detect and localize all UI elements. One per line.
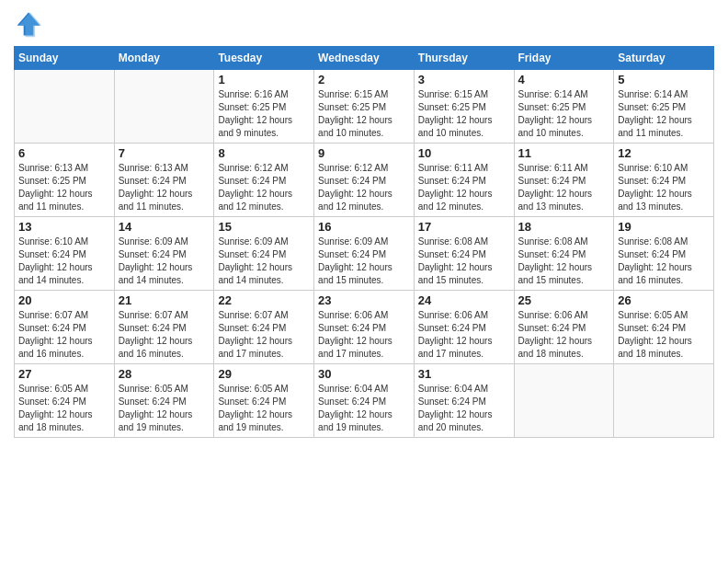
day-info: Sunrise: 6:11 AMSunset: 6:24 PMDaylight:…	[518, 162, 610, 213]
day-info: Sunrise: 6:05 AMSunset: 6:24 PMDaylight:…	[18, 383, 110, 434]
weekday-header-friday: Friday	[514, 47, 614, 70]
day-number: 7	[119, 146, 210, 160]
calendar-cell: 19Sunrise: 6:08 AMSunset: 6:24 PMDayligh…	[614, 217, 714, 291]
calendar-cell: 13Sunrise: 6:10 AMSunset: 6:24 PMDayligh…	[15, 217, 115, 291]
day-number: 24	[418, 293, 510, 307]
day-number: 11	[518, 146, 610, 160]
day-number: 1	[218, 73, 310, 86]
calendar-cell: 30Sunrise: 6:04 AMSunset: 6:24 PMDayligh…	[314, 364, 415, 438]
day-number: 8	[218, 146, 310, 160]
week-row-2: 13Sunrise: 6:10 AMSunset: 6:24 PMDayligh…	[15, 217, 714, 291]
calendar-cell	[114, 70, 214, 144]
calendar-cell: 23Sunrise: 6:06 AMSunset: 6:24 PMDayligh…	[314, 291, 415, 364]
calendar-cell: 8Sunrise: 6:12 AMSunset: 6:24 PMDaylight…	[214, 144, 314, 217]
calendar-cell: 18Sunrise: 6:08 AMSunset: 6:24 PMDayligh…	[514, 217, 614, 291]
day-info: Sunrise: 6:12 AMSunset: 6:24 PMDaylight:…	[318, 162, 410, 213]
day-info: Sunrise: 6:09 AMSunset: 6:24 PMDaylight:…	[119, 236, 210, 287]
day-info: Sunrise: 6:06 AMSunset: 6:24 PMDaylight:…	[318, 309, 410, 361]
calendar-cell: 22Sunrise: 6:07 AMSunset: 6:24 PMDayligh…	[214, 291, 314, 364]
calendar-cell: 27Sunrise: 6:05 AMSunset: 6:24 PMDayligh…	[15, 364, 115, 438]
day-number: 2	[318, 73, 410, 86]
week-row-4: 27Sunrise: 6:05 AMSunset: 6:24 PMDayligh…	[15, 364, 714, 438]
day-info: Sunrise: 6:09 AMSunset: 6:24 PMDaylight:…	[318, 236, 410, 287]
calendar-cell: 10Sunrise: 6:11 AMSunset: 6:24 PMDayligh…	[414, 144, 514, 217]
weekday-header-wednesday: Wednesday	[314, 47, 415, 70]
day-info: Sunrise: 6:07 AMSunset: 6:24 PMDaylight:…	[218, 309, 310, 361]
day-number: 14	[119, 220, 210, 234]
weekday-header-saturday: Saturday	[614, 47, 714, 70]
day-number: 26	[618, 293, 710, 307]
header	[14, 9, 714, 39]
day-number: 3	[418, 73, 510, 86]
day-number: 18	[518, 220, 610, 234]
day-number: 30	[318, 367, 410, 381]
day-number: 28	[119, 367, 210, 381]
calendar-cell: 15Sunrise: 6:09 AMSunset: 6:24 PMDayligh…	[214, 217, 314, 291]
day-info: Sunrise: 6:13 AMSunset: 6:24 PMDaylight:…	[119, 162, 210, 213]
day-info: Sunrise: 6:06 AMSunset: 6:24 PMDaylight:…	[518, 309, 610, 361]
day-number: 10	[418, 146, 510, 160]
calendar-cell: 26Sunrise: 6:05 AMSunset: 6:24 PMDayligh…	[614, 291, 714, 364]
day-number: 27	[18, 367, 110, 381]
day-info: Sunrise: 6:12 AMSunset: 6:24 PMDaylight:…	[218, 162, 310, 213]
weekday-header-tuesday: Tuesday	[214, 47, 314, 70]
calendar-cell: 7Sunrise: 6:13 AMSunset: 6:24 PMDaylight…	[114, 144, 214, 217]
logo	[14, 9, 47, 39]
day-info: Sunrise: 6:10 AMSunset: 6:24 PMDaylight:…	[18, 236, 110, 287]
weekday-header-monday: Monday	[114, 47, 214, 70]
day-number: 13	[18, 220, 110, 234]
day-info: Sunrise: 6:15 AMSunset: 6:25 PMDaylight:…	[418, 88, 510, 140]
weekday-header-sunday: Sunday	[15, 47, 115, 70]
week-row-3: 20Sunrise: 6:07 AMSunset: 6:24 PMDayligh…	[15, 291, 714, 364]
page: SundayMondayTuesdayWednesdayThursdayFrid…	[0, 0, 728, 563]
day-info: Sunrise: 6:08 AMSunset: 6:24 PMDaylight:…	[518, 236, 610, 287]
day-info: Sunrise: 6:11 AMSunset: 6:24 PMDaylight:…	[418, 162, 510, 213]
day-info: Sunrise: 6:07 AMSunset: 6:24 PMDaylight:…	[119, 309, 210, 361]
day-info: Sunrise: 6:10 AMSunset: 6:24 PMDaylight:…	[618, 162, 710, 213]
day-number: 16	[318, 220, 410, 234]
day-number: 4	[518, 73, 610, 86]
day-number: 20	[18, 293, 110, 307]
day-number: 21	[119, 293, 210, 307]
calendar-cell: 29Sunrise: 6:05 AMSunset: 6:24 PMDayligh…	[214, 364, 314, 438]
calendar-cell: 5Sunrise: 6:14 AMSunset: 6:25 PMDaylight…	[614, 70, 714, 144]
calendar-cell: 12Sunrise: 6:10 AMSunset: 6:24 PMDayligh…	[614, 144, 714, 217]
day-number: 23	[318, 293, 410, 307]
day-number: 22	[218, 293, 310, 307]
day-number: 6	[18, 146, 110, 160]
day-number: 12	[618, 146, 710, 160]
calendar-cell: 1Sunrise: 6:16 AMSunset: 6:25 PMDaylight…	[214, 70, 314, 144]
day-info: Sunrise: 6:04 AMSunset: 6:24 PMDaylight:…	[318, 383, 410, 434]
day-number: 31	[418, 367, 510, 381]
calendar-cell: 25Sunrise: 6:06 AMSunset: 6:24 PMDayligh…	[514, 291, 614, 364]
day-number: 19	[618, 220, 710, 234]
day-info: Sunrise: 6:04 AMSunset: 6:24 PMDaylight:…	[418, 383, 510, 434]
day-info: Sunrise: 6:05 AMSunset: 6:24 PMDaylight:…	[218, 383, 310, 434]
week-row-0: 1Sunrise: 6:16 AMSunset: 6:25 PMDaylight…	[15, 70, 714, 144]
weekday-header-row: SundayMondayTuesdayWednesdayThursdayFrid…	[15, 47, 714, 70]
calendar-cell: 24Sunrise: 6:06 AMSunset: 6:24 PMDayligh…	[414, 291, 514, 364]
logo-icon	[14, 9, 43, 39]
week-row-1: 6Sunrise: 6:13 AMSunset: 6:25 PMDaylight…	[15, 144, 714, 217]
calendar-cell: 14Sunrise: 6:09 AMSunset: 6:24 PMDayligh…	[114, 217, 214, 291]
day-number: 17	[418, 220, 510, 234]
day-info: Sunrise: 6:14 AMSunset: 6:25 PMDaylight:…	[618, 88, 710, 140]
day-number: 9	[318, 146, 410, 160]
calendar-cell: 17Sunrise: 6:08 AMSunset: 6:24 PMDayligh…	[414, 217, 514, 291]
calendar-cell: 16Sunrise: 6:09 AMSunset: 6:24 PMDayligh…	[314, 217, 415, 291]
day-info: Sunrise: 6:13 AMSunset: 6:25 PMDaylight:…	[18, 162, 110, 213]
calendar-cell: 28Sunrise: 6:05 AMSunset: 6:24 PMDayligh…	[114, 364, 214, 438]
day-info: Sunrise: 6:15 AMSunset: 6:25 PMDaylight:…	[318, 88, 410, 140]
day-info: Sunrise: 6:14 AMSunset: 6:25 PMDaylight:…	[518, 88, 610, 140]
calendar-cell: 4Sunrise: 6:14 AMSunset: 6:25 PMDaylight…	[514, 70, 614, 144]
calendar-cell: 2Sunrise: 6:15 AMSunset: 6:25 PMDaylight…	[314, 70, 415, 144]
day-info: Sunrise: 6:09 AMSunset: 6:24 PMDaylight:…	[218, 236, 310, 287]
calendar-cell: 20Sunrise: 6:07 AMSunset: 6:24 PMDayligh…	[15, 291, 115, 364]
day-info: Sunrise: 6:05 AMSunset: 6:24 PMDaylight:…	[618, 309, 710, 361]
day-info: Sunrise: 6:05 AMSunset: 6:24 PMDaylight:…	[119, 383, 210, 434]
calendar-cell	[15, 70, 115, 144]
day-info: Sunrise: 6:08 AMSunset: 6:24 PMDaylight:…	[418, 236, 510, 287]
calendar-cell	[514, 364, 614, 438]
calendar-cell	[614, 364, 714, 438]
svg-marker-1	[18, 13, 41, 38]
